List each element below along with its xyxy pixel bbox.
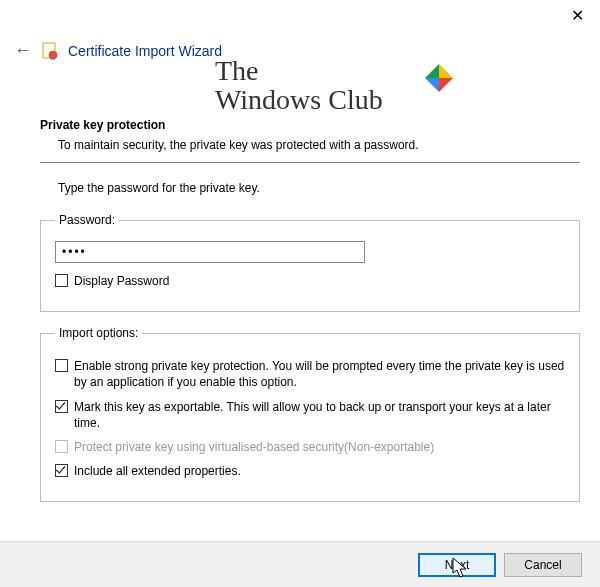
extended-properties-checkbox[interactable] bbox=[55, 464, 68, 477]
page-title: Certificate Import Wizard bbox=[68, 43, 222, 59]
strong-protection-label: Enable strong private key protection. Yo… bbox=[74, 358, 565, 390]
svg-marker-5 bbox=[425, 64, 439, 78]
close-icon[interactable]: ✕ bbox=[571, 6, 584, 25]
next-button[interactable]: Next bbox=[418, 553, 496, 577]
cancel-button[interactable]: Cancel bbox=[504, 553, 582, 577]
divider bbox=[40, 162, 580, 163]
display-password-label: Display Password bbox=[74, 273, 565, 289]
instruction-text: Type the password for the private key. bbox=[58, 181, 580, 195]
svg-marker-4 bbox=[425, 78, 439, 92]
exportable-label: Mark this key as exportable. This will a… bbox=[74, 399, 565, 431]
section-description: To maintain security, the private key wa… bbox=[58, 138, 580, 152]
button-bar: Next Cancel bbox=[0, 541, 600, 587]
extended-properties-label: Include all extended properties. bbox=[74, 463, 565, 479]
import-options-legend: Import options: bbox=[55, 326, 142, 340]
password-legend: Password: bbox=[55, 213, 119, 227]
import-options-group: Import options: Enable strong private ke… bbox=[40, 326, 580, 502]
display-password-checkbox[interactable] bbox=[55, 274, 68, 287]
password-group: Password: Display Password bbox=[40, 213, 580, 312]
svg-marker-3 bbox=[439, 78, 453, 92]
watermark-logo: TheWindows Club bbox=[215, 56, 445, 115]
certificate-icon bbox=[42, 42, 58, 60]
back-icon[interactable]: ← bbox=[14, 40, 32, 61]
svg-marker-2 bbox=[439, 64, 453, 78]
vbs-checkbox bbox=[55, 440, 68, 453]
exportable-checkbox[interactable] bbox=[55, 400, 68, 413]
svg-point-1 bbox=[49, 51, 57, 59]
vbs-label: Protect private key using virtualised-ba… bbox=[74, 439, 565, 455]
password-input[interactable] bbox=[55, 241, 365, 263]
strong-protection-checkbox[interactable] bbox=[55, 359, 68, 372]
section-heading: Private key protection bbox=[40, 118, 580, 132]
